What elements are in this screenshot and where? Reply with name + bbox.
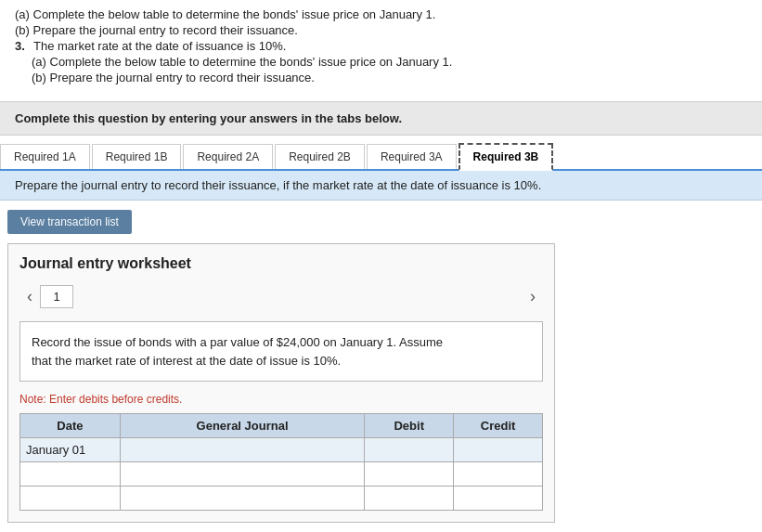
- record-line2: that the market rate of interest at the …: [32, 354, 341, 368]
- record-box: Record the issue of bonds with a par val…: [19, 321, 543, 382]
- nav-left-arrow[interactable]: ‹: [19, 283, 40, 310]
- instruction-bar: Complete this question by entering your …: [0, 101, 762, 136]
- nav-number: 1: [40, 285, 73, 308]
- tab-required-1a[interactable]: Required 1A: [0, 144, 90, 169]
- col-header-debit: Debit: [365, 414, 454, 438]
- row1-debit-input[interactable]: [370, 443, 447, 457]
- nav-right-arrow[interactable]: ›: [523, 283, 543, 310]
- item2b-text: (b) Prepare the journal entry to record …: [15, 23, 747, 37]
- worksheet-title: Journal entry worksheet: [19, 255, 543, 272]
- row3-date: [20, 487, 121, 511]
- item3-num: 3.: [15, 39, 32, 53]
- col-header-general: General Journal: [120, 414, 365, 438]
- journal-table: Date General Journal Debit Credit Januar…: [19, 413, 543, 511]
- row1-general[interactable]: [120, 438, 365, 462]
- row3-credit-input[interactable]: [459, 491, 536, 505]
- row3-debit-input[interactable]: [370, 491, 447, 505]
- tab-required-1b[interactable]: Required 1B: [92, 144, 182, 169]
- item3b-text: (b) Prepare the journal entry to record …: [15, 71, 747, 84]
- item3-text: The market rate at the date of issuance …: [33, 39, 286, 53]
- item3a-text: (a) Complete the below table to determin…: [15, 55, 747, 69]
- record-line1: Record the issue of bonds with a par val…: [32, 335, 443, 349]
- row1-date: January 01: [20, 438, 121, 462]
- col-header-credit: Credit: [454, 414, 543, 438]
- col-header-date: Date: [20, 414, 121, 438]
- row1-credit[interactable]: [454, 438, 543, 462]
- item2a-text: (a) Complete the below table to determin…: [15, 7, 747, 21]
- row3-debit[interactable]: [365, 487, 454, 511]
- table-row: [20, 487, 543, 511]
- row1-debit[interactable]: [365, 438, 454, 462]
- instruction-text: Complete this question by entering your …: [15, 111, 402, 125]
- row2-general[interactable]: [120, 462, 365, 487]
- tab-required-2b[interactable]: Required 2B: [275, 144, 365, 169]
- tabs-container: Required 1A Required 1B Required 2A Requ…: [0, 136, 762, 171]
- row2-date: [20, 462, 121, 487]
- table-row: January 01: [20, 438, 543, 462]
- description-bar: Prepare the journal entry to record thei…: [0, 171, 762, 201]
- description-text: Prepare the journal entry to record thei…: [15, 178, 541, 192]
- top-section: (a) Complete the below table to determin…: [0, 0, 762, 94]
- table-header-row: Date General Journal Debit Credit: [20, 414, 543, 438]
- note-text: Note: Enter debits before credits.: [19, 393, 543, 406]
- tab-required-3b[interactable]: Required 3B: [458, 143, 554, 171]
- row3-general[interactable]: [120, 487, 365, 511]
- tab-required-3a[interactable]: Required 3A: [367, 144, 457, 169]
- row2-credit[interactable]: [454, 462, 543, 487]
- row1-credit-input[interactable]: [459, 443, 536, 457]
- table-row: [20, 462, 543, 487]
- item3-row: 3. The market rate at the date of issuan…: [15, 39, 747, 53]
- row3-general-input[interactable]: [126, 491, 359, 505]
- nav-row: ‹ 1 ›: [19, 283, 543, 310]
- row2-debit-input[interactable]: [370, 467, 447, 481]
- view-transaction-list-button[interactable]: View transaction list: [7, 210, 132, 234]
- row2-debit[interactable]: [365, 462, 454, 487]
- row2-credit-input[interactable]: [459, 467, 536, 481]
- row2-general-input[interactable]: [126, 467, 359, 481]
- tab-required-2a[interactable]: Required 2A: [183, 144, 273, 169]
- row1-general-input[interactable]: [126, 443, 359, 457]
- worksheet-container: Journal entry worksheet ‹ 1 › Record the…: [7, 243, 555, 523]
- row3-credit[interactable]: [454, 487, 543, 511]
